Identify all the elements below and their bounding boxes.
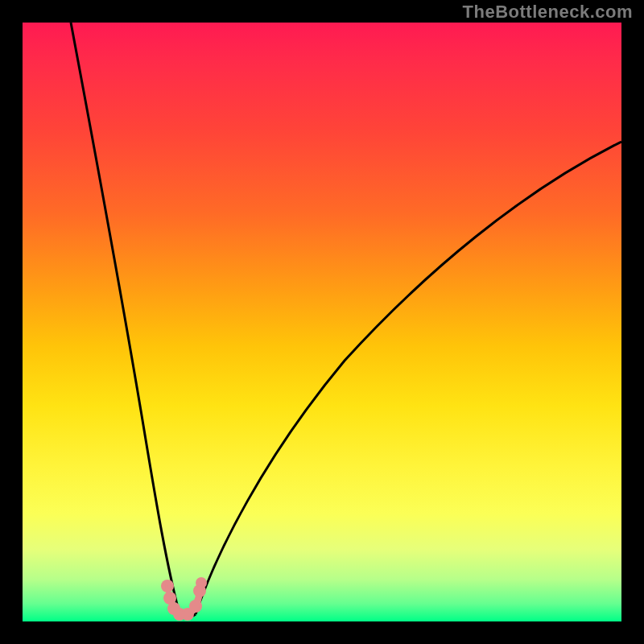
right-branch-curve [196, 142, 621, 614]
notch-marker-group [161, 577, 207, 621]
watermark-text: TheBottleneck.com [463, 2, 633, 23]
chart-frame: TheBottleneck.com [0, 0, 644, 644]
plot-area [23, 23, 621, 621]
curves-layer [23, 23, 621, 621]
left-branch-curve [71, 23, 180, 614]
